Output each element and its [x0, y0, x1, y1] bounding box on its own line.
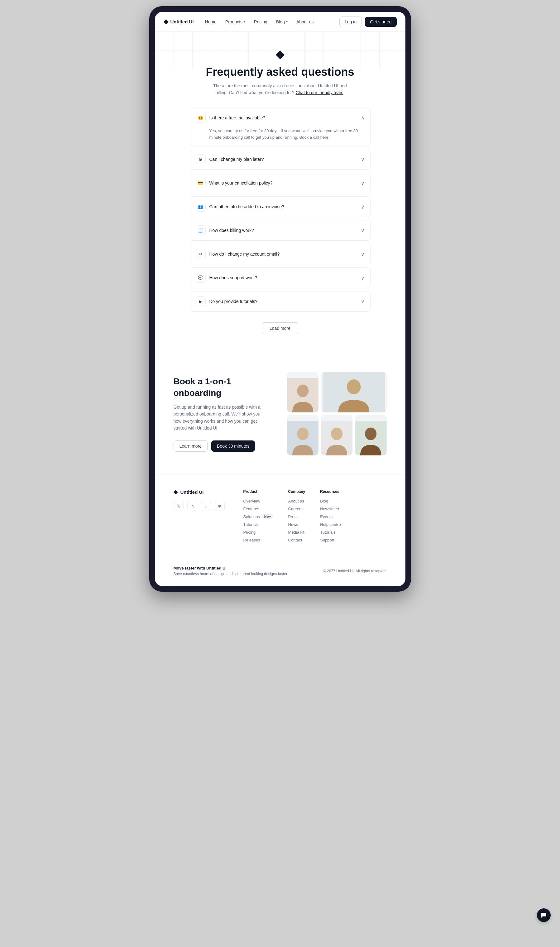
faq-subtitle: These are the most commonly asked questi…	[212, 82, 349, 96]
screen: Untitled UI Home Products ▾ Pricing Blog…	[155, 12, 405, 586]
device-frame: Untitled UI Home Products ▾ Pricing Blog…	[149, 6, 411, 592]
footer-social: 𝕏 in ♪ ⊕	[174, 501, 225, 511]
footer-copyright: © 2077 Untitled UI. All rights reserved.	[323, 569, 387, 573]
svg-point-9	[365, 428, 377, 440]
person-photo-2	[321, 372, 387, 413]
footer-col-heading-0: Product	[243, 490, 273, 494]
faq-header-4[interactable]: 🧾 How does billing work? ∨	[190, 220, 370, 240]
footer-link-2-0: Blog	[320, 499, 341, 504]
faq-header-2[interactable]: 💳 What is your cancellation policy? ∨	[190, 173, 370, 193]
svg-point-1	[297, 385, 309, 397]
footer-link-anchor-1-5[interactable]: Contact	[288, 538, 305, 542]
faq-question-0: Is there a free trial available?	[209, 115, 357, 120]
footer: Untitled UI 𝕏 in ♪ ⊕ Product Overview	[155, 474, 405, 586]
nav-links: Home Products ▾ Pricing Blog ▾ About us	[201, 17, 340, 27]
footer-link-anchor-2-4[interactable]: Tutorials	[320, 530, 341, 534]
get-started-button[interactable]: Get started	[365, 17, 396, 27]
onboarding-photos	[287, 372, 387, 456]
learn-more-button[interactable]: Learn more	[174, 440, 208, 452]
footer-link-anchor-1-3[interactable]: News	[288, 522, 305, 527]
faq-header-6[interactable]: 💬 How does support work? ∨	[190, 268, 370, 288]
footer-link-anchor-2-2[interactable]: Events	[320, 514, 341, 519]
faq-toggle-0: ∧	[361, 115, 365, 121]
footer-link-anchor-0-0[interactable]: Overview	[243, 499, 273, 504]
faq-question-7: Do you provide tutorials?	[209, 299, 357, 304]
faq-toggle-4: ∨	[361, 228, 365, 234]
footer-link-anchor-2-3[interactable]: Help centre	[320, 522, 341, 527]
footer-link-anchor-0-1[interactable]: Features	[243, 507, 273, 511]
nav-pricing[interactable]: Pricing	[250, 17, 271, 27]
footer-link-0-0: Overview	[243, 499, 273, 504]
footer-link-0-4: Pricing	[243, 530, 273, 534]
faq-header-0[interactable]: 😊 Is there a free trial available? ∧	[190, 108, 370, 128]
faq-chat-link[interactable]: Chat to our friendly team	[296, 90, 343, 95]
footer-link-anchor-1-2[interactable]: Press	[288, 514, 305, 519]
faq-title: Frequently asked questions	[206, 65, 354, 79]
faq-icon-3: 👥	[196, 202, 206, 212]
nav-about[interactable]: About us	[292, 17, 317, 27]
footer-link-1-5: Contact	[288, 538, 305, 542]
twitter-icon[interactable]: 𝕏	[174, 501, 183, 511]
footer-brand: Untitled UI 𝕏 in ♪ ⊕	[174, 490, 225, 545]
footer-tagline: Move faster with Untitled UI Save countl…	[174, 566, 288, 576]
footer-link-2-4: Tutorials	[320, 530, 341, 534]
faq-question-3: Can other info be added to an invoice?	[209, 204, 357, 209]
footer-link-2-3: Help centre	[320, 522, 341, 527]
faq-icon-1: ⚙	[196, 154, 206, 164]
footer-link-anchor-0-2[interactable]: Solutions New	[243, 514, 273, 519]
nav-products[interactable]: Products ▾	[222, 17, 249, 27]
footer-link-anchor-1-1[interactable]: Careers	[288, 507, 305, 511]
onboarding-title: Book a 1-on-1 onboarding	[174, 376, 275, 399]
footer-tagline-title: Move faster with Untitled UI	[174, 566, 288, 570]
faq-header-1[interactable]: ⚙ Can I change my plan later? ∨	[190, 149, 370, 169]
faq-question-2: What is your cancellation policy?	[209, 180, 357, 185]
dribbble-icon[interactable]: ⊕	[215, 501, 225, 511]
chat-button[interactable]	[537, 909, 551, 922]
footer-link-anchor-0-4[interactable]: Pricing	[243, 530, 273, 534]
faq-toggle-3: ∨	[361, 204, 365, 210]
faq-header-3[interactable]: 👥 Can other info be added to an invoice?…	[190, 197, 370, 217]
footer-link-2-1: Newsletter	[320, 507, 341, 511]
blog-chevron-icon: ▾	[286, 20, 288, 23]
tiktok-icon[interactable]: ♪	[201, 501, 211, 511]
footer-link-0-3: Tutorials	[243, 522, 273, 527]
faq-icon-5: ✉	[196, 249, 206, 259]
footer-link-anchor-2-1[interactable]: Newsletter	[320, 507, 341, 511]
faq-list: 😊 Is there a free trial available? ∧ Yes…	[190, 108, 371, 315]
footer-logo-text: Untitled UI	[180, 490, 204, 495]
footer-link-0-5: Releases	[243, 538, 273, 542]
nav-home[interactable]: Home	[201, 17, 220, 27]
faq-item-0: 😊 Is there a free trial available? ∧ Yes…	[190, 108, 371, 146]
footer-link-anchor-2-0[interactable]: Blog	[320, 499, 341, 504]
faq-item-6: 💬 How does support work? ∨	[190, 268, 371, 288]
faq-icon-4: 🧾	[196, 225, 206, 236]
footer-link-anchor-2-5[interactable]: Support	[320, 538, 341, 542]
footer-link-anchor-0-3[interactable]: Tutorials	[243, 522, 273, 527]
person-photo-5	[355, 415, 386, 456]
footer-link-anchor-1-0[interactable]: About us	[288, 499, 305, 504]
footer-link-2-2: Events	[320, 514, 341, 519]
load-more-button[interactable]: Load more	[262, 322, 298, 334]
footer-logo: Untitled UI	[174, 490, 225, 495]
book-button[interactable]: Book 30 minutes	[211, 440, 255, 452]
nav-blog[interactable]: Blog ▾	[272, 17, 291, 27]
footer-columns: Product Overview Features Solutions New …	[243, 490, 387, 545]
footer-link-anchor-0-5[interactable]: Releases	[243, 538, 273, 542]
faq-header-5[interactable]: ✉ How do I change my account email? ∨	[190, 244, 370, 264]
faq-icon-7: ▶	[196, 296, 206, 306]
footer-link-anchor-1-4[interactable]: Media kit	[288, 530, 305, 534]
svg-point-7	[331, 428, 343, 440]
footer-link-0-2: Solutions New	[243, 514, 273, 519]
faq-header-7[interactable]: ▶ Do you provide tutorials? ∨	[190, 291, 370, 311]
nav-logo[interactable]: Untitled UI	[164, 19, 194, 24]
svg-point-3	[347, 379, 360, 394]
footer-link-1-0: About us	[288, 499, 305, 504]
logo-diamond-icon	[164, 19, 169, 24]
linkedin-icon[interactable]: in	[187, 501, 197, 511]
faq-answer-0: Yes, you can try us for free for 30 days…	[190, 128, 370, 146]
person-photo-3	[287, 415, 318, 456]
footer-link-2-5: Support	[320, 538, 341, 542]
footer-col-1: Company About us Careers Press News	[288, 490, 305, 545]
login-button[interactable]: Log in	[339, 17, 362, 27]
footer-col-heading-1: Company	[288, 490, 305, 494]
